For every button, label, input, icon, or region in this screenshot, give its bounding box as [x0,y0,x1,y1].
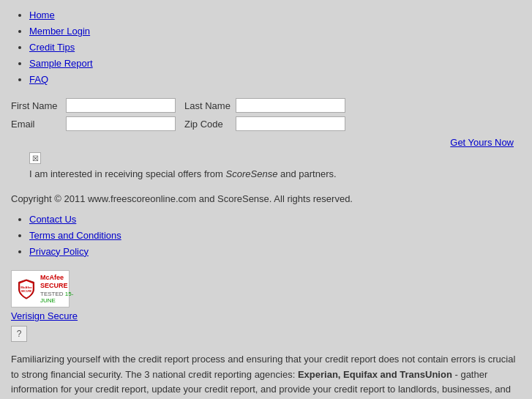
first-name-input[interactable] [66,98,176,113]
nav-link-faq[interactable]: FAQ [29,74,48,85]
verisign-link[interactable]: Verisign Secure [11,310,78,321]
svg-text:McAfee: McAfee [20,286,32,289]
nav-list: Home Member Login Credit Tips Sample Rep… [11,7,521,88]
mcafee-badge[interactable]: McAfee SECURE McAfeeSECURE TESTED 15-JUN… [11,270,70,308]
form-section: First Name Last Name Email Zip Code [11,98,521,131]
security-section: McAfee SECURE McAfeeSECURE TESTED 15-JUN… [11,270,521,343]
zip-code-input[interactable] [236,116,345,131]
mcafee-tested-label: TESTED 15-JUNE [40,291,73,304]
special-offers-checkbox[interactable]: ☒ [29,152,41,164]
first-name-label: First Name [11,100,66,111]
email-input[interactable] [66,116,176,131]
contact-us-link[interactable]: Contact Us [29,214,76,225]
nav-item-faq: FAQ [29,72,521,88]
special-offers-prefix: I am interested in receiving special off… [29,168,226,179]
footer-item-contact: Contact Us [29,212,521,228]
get-yours-now-link[interactable]: Get Yours Now [450,137,514,148]
nav-item-member-login: Member Login [29,23,521,40]
get-yours-now-container: Get Yours Now [11,137,521,148]
nav-link-member-login[interactable]: Member Login [29,26,90,37]
svg-text:SECURE: SECURE [21,290,32,293]
nav-link-sample-report[interactable]: Sample Report [29,58,93,69]
checkbox-item: ☒ [29,152,521,164]
checkbox-section: ☒ I am interested in receiving special o… [11,152,521,182]
nav-item-home: Home [29,7,521,23]
mcafee-text-block: McAfeeSECURE TESTED 15-JUNE [40,274,73,305]
verisign-icon[interactable]: ? [11,326,27,342]
bottom-paragraph: Familiarizing yourself with the credit r… [11,352,521,399]
last-name-input[interactable] [236,98,345,113]
nav-link-home[interactable]: Home [29,10,55,20]
form-row-email: Email Zip Code [11,116,521,131]
footer-item-privacy: Privacy Policy [29,244,521,260]
last-name-label: Last Name [184,100,236,111]
special-offers-item: I am interested in receiving special off… [29,166,521,182]
footer-item-terms: Terms and Conditions [29,228,521,244]
email-label: Email [11,119,66,130]
terms-link[interactable]: Terms and Conditions [29,230,121,241]
nav-item-credit-tips: Credit Tips [29,40,521,56]
copyright-text: Copyright © 2011 www.freescoreonline.com… [11,193,521,204]
footer-links: Contact Us Terms and Conditions Privacy … [11,212,521,260]
scoresense-brand: ScoreSense [226,168,278,179]
privacy-link[interactable]: Privacy Policy [29,246,89,257]
special-offers-suffix: and partners. [277,168,336,179]
nav-link-credit-tips[interactable]: Credit Tips [29,42,75,53]
mcafee-label: McAfeeSECURE [40,274,73,290]
special-offers-text: I am interested in receiving special off… [29,168,337,179]
bottom-text-bold: Experian, Equifax and TransUnion [298,369,452,380]
zip-code-label: Zip Code [184,119,236,130]
mcafee-shield-icon: McAfee SECURE [16,279,37,299]
form-row-name: First Name Last Name [11,98,521,113]
nav-item-sample-report: Sample Report [29,56,521,72]
